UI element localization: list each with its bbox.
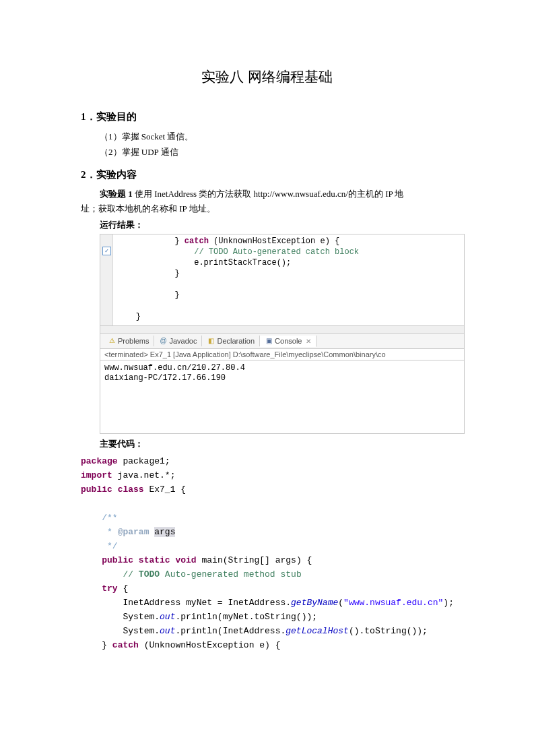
tab-console[interactable]: ▣ Console ✕ bbox=[260, 336, 316, 347]
tab-declaration[interactable]: ◧ Declaration bbox=[202, 336, 260, 346]
ide-sash[interactable] bbox=[100, 325, 464, 334]
code-listing: package package1; import java.net.*; pub… bbox=[81, 454, 453, 652]
section-heading-1: 1．实验目的 bbox=[81, 111, 453, 123]
task-label: 实验题 1 bbox=[100, 189, 133, 199]
tab-javadoc[interactable]: @ Javadoc bbox=[154, 336, 202, 346]
console-output: www.nwsuaf.edu.cn/210.27.80.4 daixiang-P… bbox=[100, 360, 464, 433]
console-header: <terminated> Ex7_1 [Java Application] D:… bbox=[100, 349, 464, 360]
objective-1: （1）掌握 Socket 通信。 bbox=[100, 129, 453, 144]
declaration-icon: ◧ bbox=[207, 337, 215, 345]
ide-screenshot: ............} catch (UnknownHostExceptio… bbox=[100, 234, 465, 434]
console-icon: ▣ bbox=[265, 337, 273, 345]
objective-2: （2）掌握 UDP 通信 bbox=[100, 144, 453, 160]
javadoc-icon: @ bbox=[159, 337, 167, 345]
close-icon[interactable]: ✕ bbox=[306, 338, 311, 345]
editor-gutter bbox=[100, 234, 113, 325]
problems-icon: ⚠ bbox=[108, 337, 116, 345]
tab-problems[interactable]: ⚠ Problems bbox=[103, 336, 154, 346]
editor-lines: ............} catch (UnknownHostExceptio… bbox=[100, 234, 464, 322]
main-code-label: 主要代码： bbox=[100, 438, 453, 450]
page-title: 实验八 网络编程基础 bbox=[81, 67, 453, 86]
document-page: 实验八 网络编程基础 1．实验目的 （1）掌握 Socket 通信。 （2）掌握… bbox=[0, 0, 534, 679]
task-text: 实验题 1 使用 InetAddress 类的方法获取 http://www.n… bbox=[81, 187, 453, 216]
gutter-marker-icon bbox=[102, 247, 111, 255]
run-result-label: 运行结果： bbox=[100, 219, 453, 231]
ide-editor-pane: ............} catch (UnknownHostExceptio… bbox=[100, 234, 464, 325]
section-heading-2: 2．实验内容 bbox=[81, 168, 453, 181]
ide-view-tabs: ⚠ Problems @ Javadoc ◧ Declaration ▣ Con… bbox=[100, 334, 464, 349]
